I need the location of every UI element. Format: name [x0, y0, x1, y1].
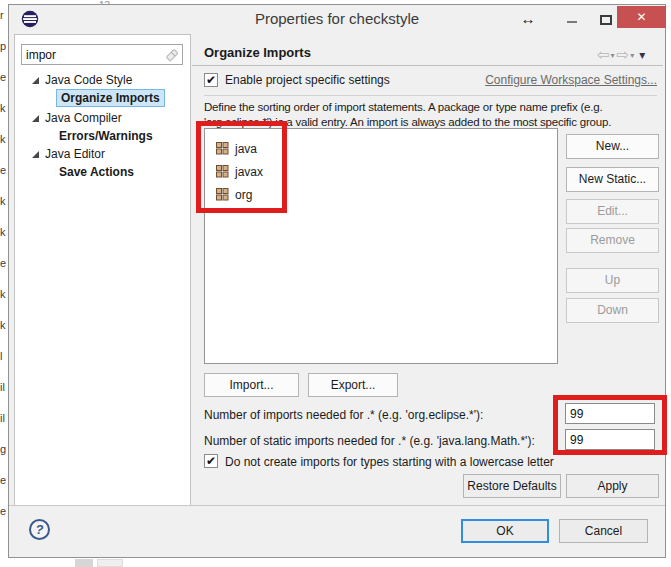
export-button[interactable]: Export...	[308, 373, 398, 397]
description-text: Define the sorting order of import state…	[204, 100, 670, 115]
resize-icon[interactable]: ↔	[515, 8, 541, 30]
tree-expander-icon[interactable]	[32, 151, 39, 158]
sidebar-item-java-compiler[interactable]: Java Compiler	[15, 109, 190, 127]
new-button[interactable]: New...	[566, 134, 659, 159]
package-icon	[216, 142, 229, 155]
package-icon	[216, 188, 229, 201]
desktop-fragment	[97, 559, 123, 567]
maximize-icon[interactable]	[595, 8, 617, 30]
new-static-button[interactable]: New Static...	[566, 167, 659, 192]
desktop-fragment	[75, 559, 93, 567]
preferences-sidebar: Java Code Style Organize Imports Java Co…	[14, 34, 191, 506]
up-button[interactable]: Up	[566, 268, 659, 293]
sidebar-item-java-editor[interactable]: Java Editor	[15, 145, 190, 163]
back-caret-icon[interactable]: ▾	[611, 51, 615, 60]
import-groups-list[interactable]: java javax org	[204, 128, 558, 364]
forward-icon[interactable]: ⇨	[617, 46, 630, 63]
footer-separator	[9, 505, 665, 506]
lowercase-types-label: Do not create imports for types starting…	[225, 455, 554, 469]
static-imports-needed-label: Number of static imports needed for .* (…	[204, 434, 535, 448]
configure-workspace-settings-link[interactable]: Configure Workspace Settings...	[485, 73, 657, 87]
sidebar-item-save-actions[interactable]: Save Actions	[15, 163, 190, 181]
enable-project-settings-label: Enable project specific settings	[225, 73, 390, 87]
help-icon[interactable]: ?	[29, 519, 50, 540]
tree-expander-icon[interactable]	[32, 77, 39, 84]
down-button[interactable]: Down	[566, 298, 659, 323]
sidebar-item-organize-imports[interactable]: Organize Imports	[15, 89, 190, 107]
close-icon[interactable]: ✕	[617, 6, 666, 28]
sidebar-item-errors-warnings[interactable]: Errors/Warnings	[15, 127, 190, 145]
page-navigation: ⇦▾⇨▾▾	[597, 46, 663, 64]
ok-button[interactable]: OK	[461, 519, 549, 543]
clear-search-icon[interactable]	[165, 48, 179, 62]
imports-needed-label: Number of imports needed for .* (e.g. 'o…	[204, 408, 483, 422]
back-icon[interactable]: ⇦	[597, 46, 610, 63]
remove-button[interactable]: Remove	[566, 228, 659, 253]
forward-caret-icon[interactable]: ▾	[630, 51, 634, 60]
view-menu-icon[interactable]: ▾	[639, 48, 645, 62]
header-separator	[192, 65, 663, 66]
preferences-tree: Java Code Style Organize Imports Java Co…	[15, 68, 190, 505]
restore-defaults-button[interactable]: Restore Defaults	[463, 474, 561, 498]
static-imports-needed-field	[565, 429, 655, 450]
sidebar-item-java-code-style[interactable]: Java Code Style	[15, 71, 190, 89]
static-imports-needed-input[interactable]	[570, 432, 650, 447]
page-title: Organize Imports	[204, 45, 311, 60]
properties-dialog: Properties for checkstyle ↔ ✕ Java Code …	[8, 4, 666, 558]
tree-expander-icon[interactable]	[32, 115, 39, 122]
imports-needed-input[interactable]	[570, 406, 650, 421]
package-icon	[216, 165, 229, 178]
list-item-javax[interactable]: javax	[205, 161, 557, 184]
enable-project-settings-checkbox[interactable]: ✔	[204, 73, 218, 87]
list-item-java[interactable]: java	[205, 138, 557, 161]
imports-needed-field	[565, 403, 655, 424]
edit-button[interactable]: Edit...	[566, 199, 659, 224]
selected-tree-item[interactable]: Organize Imports	[56, 89, 165, 107]
minimize-icon[interactable]	[561, 8, 583, 30]
lowercase-types-checkbox[interactable]: ✔	[204, 454, 218, 468]
list-item-org[interactable]: org	[205, 184, 557, 207]
filter-search-box	[21, 44, 183, 65]
import-button[interactable]: Import...	[204, 373, 299, 397]
apply-button[interactable]: Apply	[566, 474, 659, 498]
search-input[interactable]	[26, 46, 160, 63]
cancel-button[interactable]: Cancel	[559, 519, 648, 543]
titlebar[interactable]: Properties for checkstyle ↔ ✕	[9, 5, 665, 33]
section-separator	[204, 95, 657, 96]
